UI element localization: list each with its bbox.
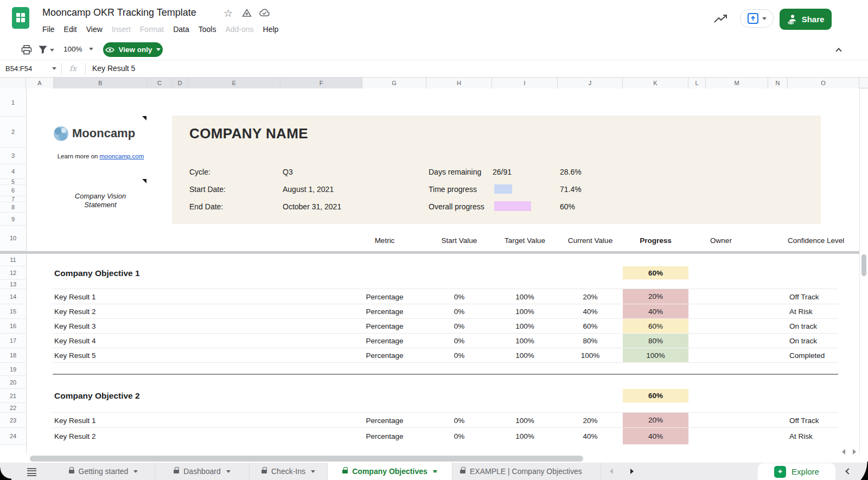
row-header-16[interactable]: 16 [0,319,26,334]
row-header-24[interactable]: 24 [0,428,26,445]
cell-start-date-label[interactable]: Start Date: [189,182,226,196]
cell-key-result-progress[interactable]: 100% [623,348,688,363]
cell-key-result-progress[interactable]: 40% [623,304,688,319]
cell-key-result-progress[interactable]: 20% [623,413,688,428]
row-header-1[interactable]: 1 [0,88,26,117]
mooncamp-link[interactable]: mooncamp.com [99,153,144,159]
row-header-15[interactable]: 15 [0,304,26,319]
cell-key-result-progress[interactable]: 40% [623,428,688,445]
cell-key-result-name[interactable]: Key Result 2 [54,304,96,319]
cell-key-result-name[interactable]: Key Result 3 [54,319,96,334]
cell-key-result-metric[interactable]: Percentage [353,413,417,428]
cell-key-result-confidence[interactable]: At Risk [789,428,813,445]
cell-vision-statement[interactable]: Company Vision Statement [54,192,146,209]
cell-learn-more[interactable]: Learn more on mooncamp.com [54,153,148,159]
row-header-5[interactable]: 5 [0,179,26,185]
row-header-12[interactable]: 12 [0,266,26,280]
row-header-2[interactable]: 2 [0,117,26,148]
row-header-18[interactable]: 18 [0,348,26,363]
cell-cycle-value[interactable]: Q3 [283,164,293,179]
cell-key-result-current[interactable]: 100% [558,348,623,363]
cell-key-result-start[interactable]: 0% [426,428,492,445]
cell-objective-progress[interactable]: 60% [623,389,688,403]
cell-objective-progress[interactable]: 60% [623,266,688,280]
cell-days-remaining-label[interactable]: Days remaining [429,164,481,179]
cell-key-result-confidence[interactable]: On track [789,319,817,334]
sheet-tab-company-objectives[interactable]: Company Objectives [328,463,452,480]
cell-key-result-start[interactable]: 0% [426,334,492,348]
sheet-tab-example-company-objectives[interactable]: EXAMPLE | Company Objectives [452,463,601,480]
cell-objective-name[interactable]: Company Objective 1 [54,266,140,280]
cell-objective-name[interactable]: Company Objective 2 [54,389,140,403]
row-header-11[interactable]: 11 [0,254,26,266]
row-header-23[interactable]: 23 [0,413,26,428]
cell-company-name[interactable]: COMPANY NAME [189,125,308,142]
frozen-row-divider[interactable] [0,251,868,254]
cell-key-result-target[interactable]: 100% [492,334,558,348]
horizontal-scrollbar-thumb[interactable] [30,456,583,462]
cell-cycle-label[interactable]: Cycle: [189,164,210,179]
explore-button[interactable]: ✦ Explore [758,463,835,480]
row-header-3[interactable]: 3 [0,148,26,164]
cell-time-progress-pct[interactable]: 71.4% [560,182,582,196]
cell-end-date-value[interactable]: October 31, 2021 [283,199,341,214]
row-header-13[interactable]: 13 [0,280,26,289]
cell-key-result-metric[interactable]: Percentage [353,334,417,348]
cell-start-date-value[interactable]: August 1, 2021 [283,182,334,196]
cell-key-result-name[interactable]: Key Result 4 [54,334,96,348]
tab-menu-icon[interactable] [433,470,437,473]
cell-key-result-name[interactable]: Key Result 5 [54,348,96,363]
cell-key-result-metric[interactable]: Percentage [353,428,417,445]
row-header-7[interactable]: 7 [0,196,26,202]
row-header-10[interactable]: 10 [0,226,26,251]
cell-key-result-progress[interactable]: 60% [623,319,688,334]
tab-menu-icon[interactable] [311,470,315,473]
cell-key-result-metric[interactable]: Percentage [353,348,417,363]
cell-key-result-progress[interactable]: 20% [623,289,688,304]
cell-key-result-current[interactable]: 80% [558,334,623,348]
cell-key-result-target[interactable]: 100% [492,319,558,334]
row-header-20[interactable]: 20 [0,376,26,389]
cell-key-result-name[interactable]: Key Result 1 [54,413,96,428]
cell-key-result-confidence[interactable]: At Risk [789,304,813,319]
header-confidence-level[interactable]: Confidence Level [788,236,844,245]
cell-time-progress-label[interactable]: Time progress [429,182,477,196]
header-target-value[interactable]: Target Value [492,236,558,245]
cell-key-result-name[interactable]: Key Result 2 [54,428,96,445]
cell-key-result-confidence[interactable]: Off Track [789,413,819,428]
row-header-14[interactable]: 14 [0,289,26,304]
cell-key-result-start[interactable]: 0% [426,289,492,304]
row-header-17[interactable]: 17 [0,334,26,348]
header-start-value[interactable]: Start Value [426,236,492,245]
cell-key-result-target[interactable]: 100% [492,348,558,363]
cell-key-result-current[interactable]: 20% [558,289,623,304]
tab-scroll-left-icon[interactable] [610,469,613,474]
row-header-8[interactable]: 8 [0,202,26,213]
cell-key-result-metric[interactable]: Percentage [353,304,417,319]
vertical-scrollbar[interactable] [859,88,868,455]
horizontal-scrollbar[interactable] [0,455,868,463]
cell-key-result-current[interactable]: 20% [558,413,623,428]
tab-menu-icon[interactable] [133,470,138,473]
cell-key-result-metric[interactable]: Percentage [353,289,417,304]
cell-key-result-current[interactable]: 40% [558,428,623,445]
header-metric[interactable]: Metric [353,236,417,245]
row-header-6[interactable]: 6 [0,185,26,196]
scroll-left-icon[interactable] [842,449,845,455]
cell-key-result-confidence[interactable]: Off Track [789,289,819,304]
row-header-9[interactable]: 9 [0,213,26,226]
tab-scroll-right-icon[interactable] [630,469,634,474]
cell-days-remaining-pct[interactable]: 28.6% [560,164,582,179]
cell-overall-progress-label[interactable]: Overall progress [429,199,484,214]
header-progress[interactable]: Progress [623,236,688,245]
sheet-tab-getting-started[interactable]: Getting started [52,463,155,480]
cell-overall-progress-pct[interactable]: 60% [560,199,575,214]
cell-key-result-target[interactable]: 100% [492,304,558,319]
row-header-22[interactable]: 22 [0,403,26,413]
cell-key-result-current[interactable]: 60% [558,319,623,334]
cell-key-result-target[interactable]: 100% [492,428,558,445]
cell-key-result-confidence[interactable]: Completed [789,348,825,363]
cell-days-remaining-value[interactable]: 26/91 [493,164,512,179]
header-current-value[interactable]: Current Value [558,236,623,245]
cell-key-result-current[interactable]: 40% [558,304,623,319]
